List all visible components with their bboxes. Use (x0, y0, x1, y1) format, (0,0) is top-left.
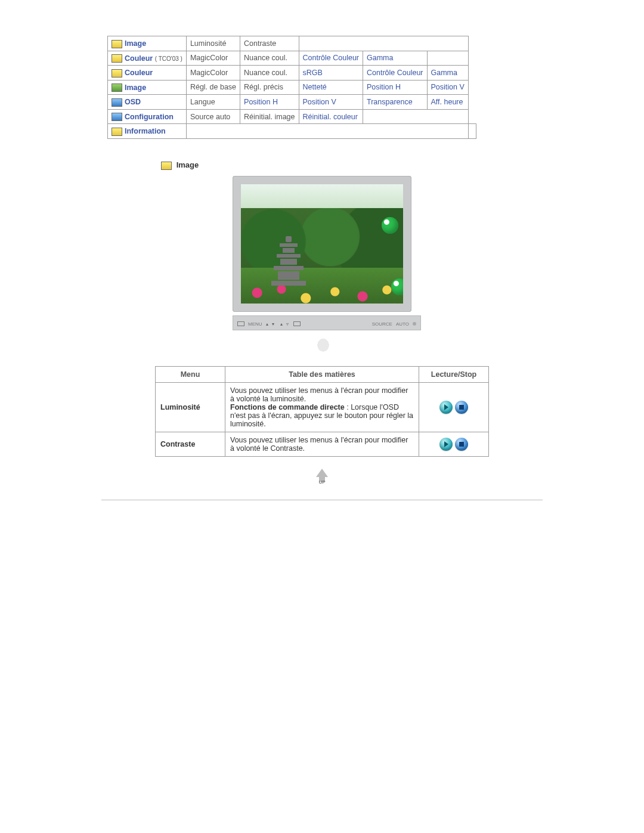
menu-option-cell[interactable]: Régl. de base (186, 80, 240, 95)
menu-empty-cell (363, 109, 469, 124)
menu-row-label-cell[interactable]: Couleur (108, 66, 187, 80)
menu-option-cell[interactable]: Langue (186, 95, 240, 110)
menu-row-label: Configuration (125, 113, 174, 121)
hand-cursor-icon (310, 334, 334, 354)
menu-option-cell[interactable]: Position V (299, 95, 363, 110)
source-button-label: SOURCE (372, 321, 392, 327)
menu-option-cell[interactable]: Nuance coul. (240, 66, 299, 80)
menu-option-cell[interactable]: Contrôle Couleur (363, 66, 428, 80)
menu-empty-cell (427, 51, 468, 66)
stop-button[interactable] (455, 401, 468, 414)
desc-row: LuminositéVous pouvez utiliser les menus… (156, 382, 489, 432)
menu-row-icon (112, 113, 122, 121)
menu-option-cell[interactable]: MagicColor (186, 51, 240, 66)
menu-option-cell[interactable]: Source auto (186, 109, 240, 124)
menu-option-cell[interactable]: Réinitial. couleur (299, 109, 363, 124)
menu-empty-cell (299, 36, 468, 51)
menu-option-cell[interactable]: Contrôle Couleur (299, 51, 363, 66)
menu-row: OSDLanguePosition HPosition VTransparenc… (108, 95, 476, 110)
menu-row-label: Image (125, 39, 146, 48)
back-to-top-label: UP (313, 479, 331, 485)
menu-option-cell[interactable]: sRGB (299, 66, 363, 80)
menu-button-label: MENU (248, 321, 262, 327)
menu-option-cell[interactable]: Position H (363, 80, 428, 95)
menu-option-cell[interactable]: Position V (427, 80, 468, 95)
menu-row-sublabel: ( TCO'03 ) (153, 54, 182, 63)
play-button[interactable] (439, 401, 453, 414)
desc-text-cell: Vous pouvez utiliser les menus à l'écran… (225, 382, 419, 432)
menu-option-cell[interactable]: Position H (240, 95, 299, 110)
menu-row-icon (112, 54, 122, 63)
adjust-buttons-icon: ▴ ▾ ▴ ▿ (266, 321, 290, 327)
menu-row-icon (112, 128, 122, 136)
menu-option-cell[interactable]: Luminosité (186, 36, 240, 51)
menu-option-cell[interactable]: Netteté (299, 80, 363, 95)
desc-name-cell: Luminosité (156, 382, 225, 432)
play-stop-cell (419, 432, 489, 456)
menu-option-cell[interactable]: Régl. précis (240, 80, 299, 95)
monitor-button-bar: MENU ▴ ▾ ▴ ▿ SOURCE AUTO (233, 315, 421, 330)
menu-row-label-cell[interactable]: Couleur ( TCO'03 ) (108, 51, 187, 66)
menu-option-cell[interactable]: Gamma (363, 51, 428, 66)
auto-button-label: AUTO (396, 321, 409, 327)
menu-row-icon (112, 40, 122, 48)
menu-row-label-cell[interactable]: OSD (108, 95, 187, 110)
menu-row-icon (112, 98, 122, 107)
menu-row: ImageLuminositéContraste (108, 36, 476, 51)
menu-empty-cell (468, 124, 476, 139)
power-led-icon (413, 322, 416, 326)
menu-row-label: Couleur (125, 69, 153, 77)
description-table: Menu Table des matières Lecture/Stop Lum… (155, 366, 489, 457)
monitor-illustration: MENU ▴ ▾ ▴ ▿ SOURCE AUTO (101, 176, 543, 354)
menu-option-cell[interactable]: Transparence (363, 95, 428, 110)
col-contents: Table des matières (225, 366, 419, 382)
menu-row-label-cell[interactable]: Information (108, 124, 187, 139)
menu-row: ImageRégl. de baseRégl. précisNettetéPos… (108, 80, 476, 95)
menu-option-cell[interactable]: Nuance coul. (240, 51, 299, 66)
menu-row-label: OSD (125, 98, 141, 106)
menu-row-label: Couleur (125, 54, 153, 63)
menu-row: ConfigurationSource autoRéinitial. image… (108, 109, 476, 124)
desc-text-cell: Vous pouvez utiliser les menus à l'écran… (225, 432, 419, 456)
desc-row: ContrasteVous pouvez utiliser les menus … (156, 432, 489, 456)
osd-menu-table: ImageLuminositéContrasteCouleur ( TCO'03… (107, 36, 476, 139)
col-menu: Menu (156, 366, 225, 382)
menu-row-label: Information (125, 127, 166, 135)
enter-button-icon (293, 321, 301, 326)
menu-row: CouleurMagicColorNuance coul.sRGBContrôl… (108, 66, 476, 80)
menu-row-icon (112, 83, 122, 92)
stop-button[interactable] (455, 438, 468, 451)
back-to-top-button[interactable]: UP (313, 469, 331, 484)
menu-row-label-cell[interactable]: Image (108, 36, 187, 51)
menu-row-label: Image (125, 83, 146, 92)
section-heading-image: Image (161, 160, 543, 170)
menu-row-icon (112, 69, 122, 78)
menu-option-cell[interactable]: Réinitial. image (240, 109, 299, 124)
menu-row-label-cell[interactable]: Configuration (108, 109, 187, 124)
menu-empty-cell (186, 124, 468, 139)
section-divider (101, 500, 543, 500)
menu-option-cell[interactable]: Gamma (427, 66, 468, 80)
col-playback: Lecture/Stop (419, 366, 489, 382)
menu-option-cell[interactable]: Contraste (240, 36, 299, 51)
desc-name-cell: Contraste (156, 432, 225, 456)
menu-row: Couleur ( TCO'03 )MagicColorNuance coul.… (108, 51, 476, 66)
menu-row-label-cell[interactable]: Image (108, 80, 187, 95)
play-stop-cell (419, 382, 489, 432)
menu-row: Information (108, 124, 476, 139)
section-heading-text: Image (177, 160, 199, 169)
monitor-screen (241, 184, 403, 304)
menu-option-cell[interactable]: MagicColor (186, 66, 240, 80)
image-section-icon (161, 162, 172, 170)
menu-option-cell[interactable]: Aff. heure (427, 95, 468, 110)
play-button[interactable] (439, 438, 453, 451)
menu-button-icon (237, 321, 244, 326)
